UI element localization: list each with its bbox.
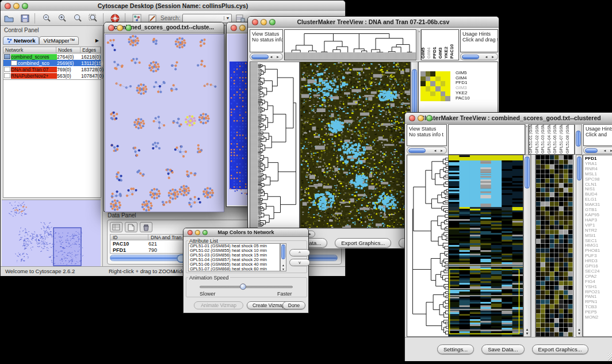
animation-speed-slider[interactable] (200, 286, 293, 288)
minimize-button[interactable] (117, 25, 123, 31)
matrix-cell[interactable] (445, 76, 450, 82)
matrix-cell[interactable] (435, 86, 441, 91)
network-row[interactable]: DNA and Tran 07769(0)183728(0) (3, 66, 101, 72)
matrix-cell[interactable] (441, 71, 446, 76)
dialog-titlebar[interactable]: Map Colors to Network (183, 228, 308, 237)
zoom-button[interactable] (22, 3, 28, 9)
tv1-hints-scrollbar[interactable]: ◄ ► (460, 53, 498, 60)
close-button[interactable] (252, 19, 258, 25)
close-button[interactable] (108, 25, 114, 31)
attribute-list-item[interactable]: GPL51-07 (GSM868) heat shock 60 min (189, 267, 280, 271)
matrix-cell[interactable] (430, 71, 435, 76)
matrix-cell[interactable] (430, 76, 435, 82)
matrix-cell[interactable] (445, 81, 450, 86)
save-session-icon[interactable] (18, 13, 32, 24)
network-canvas[interactable] (105, 34, 224, 212)
minimize-button[interactable] (13, 3, 20, 9)
zoom-fit-icon[interactable] (71, 13, 85, 24)
search-dropdown-icon[interactable]: ▼ (224, 16, 232, 20)
slider-thumb[interactable] (240, 283, 246, 290)
matrix-cell[interactable] (426, 91, 431, 97)
new-attribute-icon[interactable] (125, 222, 137, 232)
tv1-status-scrollbar[interactable]: ◄ ► (250, 53, 283, 60)
matrix-cell[interactable] (435, 96, 441, 101)
main-titlebar[interactable]: Cytoscape Desktop (Session Name: collins… (1, 1, 345, 12)
open-session-icon[interactable] (2, 13, 16, 24)
tv1-row-dendrogram[interactable] (250, 62, 300, 228)
tv2-button[interactable]: Export Graphics... (532, 344, 588, 354)
similarity-matrix[interactable] (420, 71, 450, 101)
birdseye-overview[interactable] (2, 200, 101, 267)
network-table-header[interactable]: Network Nodes Edges (3, 47, 101, 53)
zoom-button[interactable] (125, 25, 132, 31)
close-button[interactable] (231, 25, 237, 31)
matrix-cell[interactable] (445, 71, 450, 76)
matrix-cell[interactable] (430, 91, 435, 97)
matrix-cell[interactable] (430, 86, 435, 91)
tv2-zoom-heatmap[interactable] (536, 155, 573, 337)
zoom-in-icon[interactable] (55, 13, 69, 24)
matrix-cell[interactable] (441, 81, 446, 86)
tv2-heatmap-vscrollbar[interactable]: ▲ ▼ (523, 155, 531, 337)
zoom-out-icon[interactable] (40, 13, 53, 24)
tv2-button[interactable]: Settings... (437, 344, 474, 354)
matrix-cell[interactable] (426, 86, 431, 91)
matrix-cell[interactable] (420, 86, 426, 91)
close-button[interactable] (409, 115, 415, 121)
matrix-cell[interactable] (420, 71, 426, 76)
matrix-cell[interactable] (441, 76, 446, 82)
zoom-button[interactable] (202, 230, 208, 235)
tv1-heatmap[interactable] (300, 62, 411, 228)
matrix-cell[interactable] (445, 86, 450, 91)
tv2-status-scrollbar[interactable]: ◄ ► (407, 147, 447, 154)
move-down-button[interactable]: v (289, 259, 310, 266)
minimize-button[interactable] (239, 25, 246, 31)
matrix-cell[interactable] (420, 76, 426, 82)
matrix-cell[interactable] (435, 76, 441, 82)
tv2-collabel-scrollbar[interactable] (575, 124, 582, 155)
tab-overflow-arrow-icon[interactable]: ▶ (93, 38, 101, 43)
tab-vizmapper[interactable]: VizMapper™ (39, 36, 79, 45)
tab-network[interactable]: Network (3, 36, 39, 45)
minimize-button[interactable] (261, 19, 267, 25)
tv2-gene-vscrollbar[interactable]: ▲ ▼ (576, 155, 583, 337)
matrix-cell[interactable] (441, 86, 446, 91)
matrix-cell[interactable] (426, 96, 431, 101)
tv2-heatmap[interactable] (448, 155, 523, 337)
matrix-cell[interactable] (430, 81, 435, 86)
tv1-column-dendrogram[interactable] (284, 29, 416, 60)
network-row[interactable]: combined_scores2764(0)16218(0) (3, 53, 101, 60)
tv2-button[interactable]: Save Data... (481, 344, 524, 354)
net1-titlebar[interactable]: combined_scores_good.txt--cluste... (104, 22, 224, 33)
attribute-list-scrollbar[interactable]: ▲ ▼ (280, 243, 286, 271)
minimize-button[interactable] (195, 230, 200, 235)
tv2-pane-splitter[interactable] (531, 155, 536, 337)
minimize-button[interactable] (418, 115, 424, 121)
tv2-row-dendrogram[interactable] (407, 155, 448, 337)
gene-label[interactable]: MON2 (585, 315, 612, 320)
matrix-cell[interactable] (441, 91, 446, 97)
network-row[interactable]: combined_sco2569(6)13112(15) (3, 60, 101, 66)
matrix-cell[interactable] (435, 71, 441, 76)
matrix-cell[interactable] (430, 96, 435, 101)
zoom-selected-icon[interactable] (86, 13, 100, 24)
scroll-up-icon[interactable]: ▲ (281, 263, 286, 267)
matrix-cell[interactable] (420, 91, 426, 97)
matrix-cell[interactable] (426, 76, 431, 82)
matrix-cell[interactable] (426, 81, 431, 86)
scroll-down-icon[interactable]: ▼ (281, 267, 286, 271)
resize-grip[interactable] (608, 353, 612, 361)
delete-attribute-icon[interactable] (140, 222, 152, 232)
close-button[interactable] (188, 230, 193, 235)
matrix-cell[interactable] (441, 96, 446, 101)
matrix-cell[interactable] (445, 91, 450, 97)
zoom-button[interactable] (269, 19, 276, 25)
tv2-titlebar[interactable]: ClusterMaker TreeView : combined_scores_… (405, 113, 612, 124)
tv2-hints-scrollbar[interactable]: ◄ ► (583, 147, 612, 154)
select-attributes-icon[interactable] (110, 222, 123, 232)
close-button[interactable] (5, 3, 11, 9)
attribute-list[interactable]: GPL51-01 (GSM854) heat shock 05 minGPL51… (188, 243, 280, 271)
matrix-cell[interactable] (420, 96, 426, 101)
matrix-cell[interactable] (420, 81, 426, 86)
network-row[interactable]: RNAPuberNov2+563(0)107847(0) (3, 72, 101, 79)
